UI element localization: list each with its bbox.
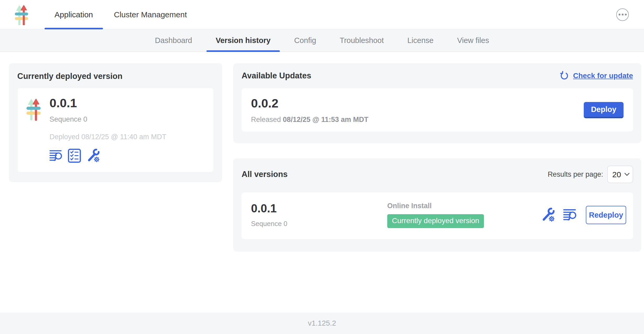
- refresh-icon: [560, 71, 569, 80]
- update-version-number: 0.0.2: [251, 96, 368, 110]
- app-logo-arrows-icon: [26, 96, 41, 123]
- page-footer: v1.125.2: [0, 313, 644, 334]
- edit-config-icon[interactable]: [541, 207, 556, 223]
- deployed-version-number: 0.0.1: [50, 96, 166, 110]
- update-details: 0.0.2 Released 08/12/25 @ 11:53 am MDT: [251, 96, 368, 124]
- update-released-timestamp: Released 08/12/25 @ 11:53 am MDT: [251, 116, 368, 124]
- tab-license[interactable]: License: [396, 29, 445, 52]
- header-tabs: Application Cluster Management: [44, 0, 197, 29]
- tab-view-files[interactable]: View files: [445, 29, 501, 52]
- results-per-page-select[interactable]: 20: [607, 166, 633, 183]
- tab-config[interactable]: Config: [282, 29, 328, 52]
- update-row: 0.0.2 Released 08/12/25 @ 11:53 am MDT D…: [242, 88, 633, 132]
- check-for-update-link[interactable]: Check for update: [560, 71, 633, 80]
- all-versions-card: All versions Results per page: 20 0: [233, 158, 641, 252]
- check-for-update-label: Check for update: [573, 72, 633, 80]
- tab-troubleshoot-label: Troubleshoot: [340, 36, 384, 45]
- all-versions-header: All versions Results per page: 20: [242, 166, 633, 183]
- tab-version-history-label: Version history: [216, 36, 271, 45]
- deploy-logs-icon[interactable]: [563, 208, 577, 222]
- deployed-version-panel: 0.0.1 Sequence 0 Deployed 08/12/25 @ 11:…: [17, 88, 214, 172]
- tab-troubleshoot[interactable]: Troubleshoot: [328, 29, 396, 52]
- version-row-details: 0.0.1 Sequence 0: [251, 202, 387, 228]
- edit-config-icon[interactable]: [86, 148, 101, 163]
- tab-cluster-management-label: Cluster Management: [114, 10, 187, 19]
- deployed-card-title: Currently deployed version: [17, 72, 214, 81]
- tab-application[interactable]: Application: [44, 0, 103, 29]
- available-updates-card: Available Updates Check for update 0.0.2…: [233, 63, 641, 143]
- row-version-number: 0.0.1: [251, 202, 387, 215]
- deployed-timestamp: Deployed 08/12/25 @ 11:40 am MDT: [50, 133, 166, 141]
- tab-dashboard-label: Dashboard: [155, 36, 192, 45]
- main-content: Currently deployed version 0.0.1 Sequenc…: [0, 52, 644, 313]
- all-versions-title: All versions: [242, 170, 288, 179]
- version-row-status: Online Install Currently deployed versio…: [387, 202, 541, 228]
- results-per-page-label: Results per page:: [548, 170, 603, 179]
- install-type-label: Online Install: [387, 202, 541, 210]
- tab-config-label: Config: [294, 36, 316, 45]
- status-badge: Currently deployed version: [387, 214, 484, 228]
- app-logo-arrows-icon: [13, 5, 30, 25]
- versions-column: Available Updates Check for update 0.0.2…: [233, 63, 641, 252]
- deployed-version-details: 0.0.1 Sequence 0 Deployed 08/12/25 @ 11:…: [50, 96, 166, 163]
- version-row: 0.0.1 Sequence 0 Online Install Currentl…: [242, 192, 633, 239]
- tab-cluster-management[interactable]: Cluster Management: [103, 0, 197, 29]
- results-per-page-select-wrap: 20: [607, 166, 633, 183]
- currently-deployed-card: Currently deployed version 0.0.1 Sequenc…: [9, 63, 222, 182]
- preflight-checks-icon[interactable]: [68, 149, 81, 163]
- deploy-logs-icon[interactable]: [50, 149, 63, 162]
- ellipsis-menu-icon[interactable]: [616, 8, 629, 21]
- tab-version-history[interactable]: Version history: [204, 29, 282, 52]
- tab-application-label: Application: [54, 10, 93, 19]
- ellipsis-dot: [619, 14, 620, 15]
- version-row-actions: Redeploy: [541, 206, 626, 224]
- deployed-column: Currently deployed version 0.0.1 Sequenc…: [9, 63, 222, 182]
- released-date: 08/12/25 @ 11:53 am MDT: [283, 116, 369, 123]
- tab-view-files-label: View files: [457, 36, 489, 45]
- top-header: Application Cluster Management: [0, 0, 644, 29]
- row-sequence: Sequence 0: [251, 220, 387, 228]
- tab-license-label: License: [407, 36, 434, 45]
- results-per-page: Results per page: 20: [548, 166, 633, 183]
- console-version-label: v1.125.2: [308, 319, 336, 327]
- app-subnav: Dashboard Version history Config Trouble…: [0, 29, 644, 52]
- released-label: Released: [251, 116, 281, 123]
- available-updates-title: Available Updates: [242, 71, 311, 80]
- available-updates-header: Available Updates Check for update: [242, 71, 633, 80]
- deployed-action-icons: [50, 148, 166, 163]
- redeploy-button[interactable]: Redeploy: [586, 206, 626, 224]
- deploy-button[interactable]: Deploy: [584, 102, 624, 118]
- ellipsis-dot: [622, 14, 624, 15]
- ellipsis-dot: [625, 14, 627, 15]
- deployed-sequence: Sequence 0: [50, 115, 166, 123]
- tab-dashboard[interactable]: Dashboard: [143, 29, 204, 52]
